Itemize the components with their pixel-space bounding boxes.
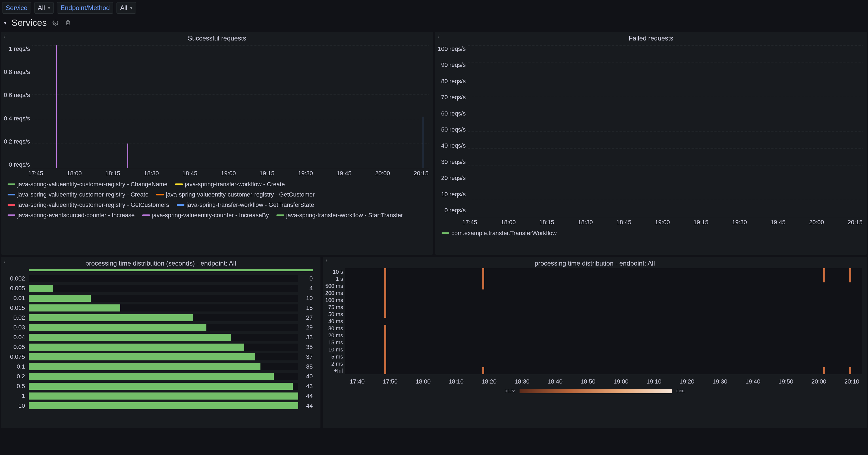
legend-item[interactable]: java-spring-transfer-workflow - Create — [175, 181, 285, 188]
row-settings-button[interactable] — [52, 19, 59, 27]
bar-fill — [29, 324, 207, 331]
panel-processing-heatmap[interactable]: i processing time distribution - endpoin… — [323, 257, 867, 428]
histogram-row: 0.0054 — [6, 284, 313, 293]
histogram-row: 0.07537 — [6, 352, 313, 362]
heatmap-cell — [384, 346, 386, 353]
info-icon[interactable]: i — [438, 34, 439, 38]
bucket-label: 0.015 — [6, 305, 25, 312]
heatmap-grid[interactable] — [345, 268, 862, 374]
legend-label: java-spring-transfer-workflow - StartTra… — [286, 212, 403, 219]
axis-tick: 0.8 reqs/s — [4, 68, 30, 76]
bucket-count: 38 — [302, 363, 313, 370]
bucket-count: 0 — [302, 275, 313, 282]
axis-tick: 18:00 — [67, 170, 82, 177]
heatmap-cell — [823, 268, 825, 275]
axis-tick: 19:50 — [778, 378, 793, 385]
heatmap-cell — [482, 268, 484, 275]
heatmap-cell — [849, 353, 851, 360]
heatmap-cell — [823, 296, 825, 304]
axis-tick: 200 ms — [326, 289, 343, 296]
bar-track — [29, 353, 298, 361]
plot-area[interactable] — [32, 46, 429, 168]
axis-tick: 60 reqs/s — [441, 110, 466, 117]
bucket-count: 43 — [302, 383, 313, 390]
y-axis: 1 reqs/s0.8 reqs/s0.6 reqs/s0.4 reqs/s0.… — [4, 46, 32, 168]
panel-title: processing time distribution (seconds) -… — [1, 257, 320, 268]
heatmap-cell — [482, 332, 484, 339]
heatmap-cell — [482, 318, 484, 325]
heatmap-cell — [482, 353, 484, 360]
heatmap-cell — [823, 311, 825, 318]
service-variable-value[interactable]: All — [34, 2, 54, 13]
histogram-row: 0.01515 — [6, 303, 313, 313]
axis-tick: 20:00 — [375, 170, 390, 177]
legend-item[interactable]: java-spring-eventsourced-counter - Incre… — [8, 212, 135, 219]
info-icon[interactable]: i — [4, 259, 5, 263]
trash-icon — [65, 20, 71, 26]
endpoint-variable-chip[interactable]: Endpoint/Method — [57, 2, 113, 13]
histogram-row: 0.138 — [6, 362, 313, 372]
info-icon[interactable]: i — [326, 259, 327, 263]
legend-label: java-spring-valueentity-customer-registr… — [18, 201, 169, 208]
heatmap-cell — [823, 282, 825, 289]
axis-tick: 0.4 reqs/s — [4, 115, 30, 122]
axis-tick: 20:00 — [811, 378, 826, 385]
endpoint-variable-value[interactable]: All — [117, 2, 136, 13]
legend-item[interactable]: com.example.transfer.TransferWorkflow — [442, 230, 557, 237]
chevron-down-icon — [130, 5, 132, 11]
bar-track — [29, 285, 298, 292]
collapse-caret-icon[interactable] — [4, 20, 6, 26]
legend-label: java-spring-valueentity-customer-registr… — [18, 181, 167, 188]
plot-area[interactable] — [468, 46, 863, 217]
bar-fill — [29, 285, 53, 292]
heatmap-cell — [849, 311, 851, 318]
heatmap-cell — [823, 360, 825, 367]
axis-tick: 18:50 — [581, 378, 596, 385]
axis-tick: 0.6 reqs/s — [4, 92, 30, 99]
heatmap-cell — [482, 367, 484, 374]
axis-tick: 19:40 — [745, 378, 761, 385]
legend-item[interactable]: java-spring-valueentity-customer-registr… — [8, 181, 167, 188]
panel-failed-requests[interactable]: i Failed requests 100 reqs/s90 reqs/s80 … — [435, 32, 867, 255]
axis-tick: 18:45 — [617, 219, 631, 226]
legend-item[interactable]: java-spring-valueentity-counter - Increa… — [142, 212, 269, 219]
legend-item[interactable]: java-spring-valueentity-customer-registr… — [156, 191, 315, 198]
panel-successful-requests[interactable]: i Successful requests 1 reqs/s0.8 reqs/s… — [1, 32, 433, 255]
bucket-label: 1 — [6, 393, 25, 400]
axis-tick: 18:45 — [183, 170, 197, 177]
axis-tick: 19:45 — [337, 170, 351, 177]
legend-item[interactable]: java-spring-valueentity-customer-registr… — [8, 191, 149, 198]
axis-tick: 18:20 — [482, 378, 496, 385]
legend-label: java-spring-valueentity-customer-registr… — [166, 191, 315, 198]
axis-tick: 17:45 — [462, 219, 477, 226]
scale-min: 0.0172 — [505, 389, 515, 393]
row-delete-button[interactable] — [64, 19, 72, 27]
bucket-label: 0.01 — [6, 295, 25, 302]
heatmap-cell — [384, 296, 386, 304]
row-title[interactable]: Services — [11, 18, 47, 28]
axis-tick: 18:00 — [415, 378, 431, 385]
bucket-label: 0.005 — [6, 285, 25, 292]
info-icon[interactable]: i — [4, 34, 5, 38]
axis-tick: 100 ms — [326, 296, 343, 304]
heatmap-cell — [823, 289, 825, 296]
bucket-count: 44 — [302, 393, 313, 400]
heatmap-cell — [384, 304, 386, 311]
histogram-row: 0.0433 — [6, 333, 313, 342]
panel-processing-histogram[interactable]: i processing time distribution (seconds)… — [1, 257, 320, 428]
bar-track — [29, 295, 298, 302]
legend-item[interactable]: java-spring-valueentity-customer-registr… — [8, 201, 169, 208]
legend-item[interactable]: java-spring-transfer-workflow - StartTra… — [277, 212, 403, 219]
legend-item[interactable]: java-spring-transfer-workflow - GetTrans… — [177, 201, 314, 208]
axis-tick: 10 ms — [326, 346, 343, 353]
heatmap-column — [482, 268, 484, 374]
axis-tick: 40 ms — [326, 318, 343, 325]
service-variable-chip[interactable]: Service — [2, 2, 31, 13]
heatmap-cell — [823, 339, 825, 346]
axis-tick: 0 reqs/s — [444, 207, 465, 214]
bar-fill — [29, 305, 120, 312]
bucket-label: 10 — [6, 402, 25, 409]
histogram-row: 0.0110 — [6, 293, 313, 303]
heatmap-cell — [849, 325, 851, 332]
bar-track — [29, 334, 298, 341]
